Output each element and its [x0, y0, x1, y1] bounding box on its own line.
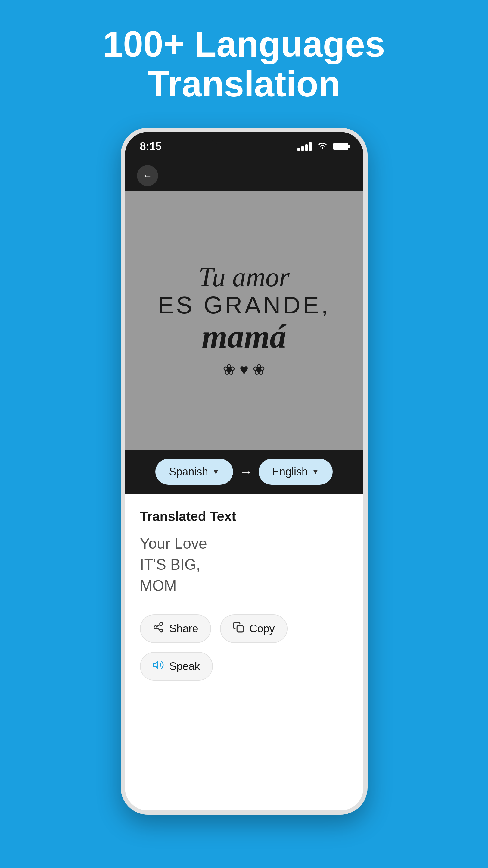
translation-area: Translated Text Your Love IT'S BIG, MOM …	[125, 494, 363, 693]
target-lang-dropdown-icon: ▼	[312, 468, 319, 476]
spanish-line-2: ES GRANDE,	[158, 292, 330, 318]
decorative-flowers: ❀ ♥ ❀	[158, 361, 330, 378]
svg-line-5	[157, 625, 160, 626]
source-language-label: Spanish	[169, 465, 208, 478]
back-arrow-icon: ←	[143, 171, 152, 181]
app-header: ←	[125, 161, 363, 191]
svg-point-0	[322, 147, 323, 149]
source-language-selector[interactable]: Spanish ▼	[155, 459, 233, 485]
headline-text: 100+ Languages Translation	[85, 24, 403, 104]
translation-direction-arrow: →	[239, 464, 253, 479]
spanish-line-1: Tu amor	[158, 262, 330, 292]
signal-icon	[297, 142, 312, 151]
target-language-label: English	[272, 465, 308, 478]
phone-mockup: 8:15 ← Tu	[121, 128, 367, 815]
target-language-selector[interactable]: English ▼	[259, 459, 333, 485]
spanish-line-3: mamá	[158, 318, 330, 355]
share-label: Share	[169, 622, 198, 635]
copy-label: Copy	[250, 622, 275, 635]
translated-text-label: Translated Text	[140, 509, 348, 524]
share-icon	[153, 622, 164, 636]
copy-icon	[233, 622, 244, 636]
wifi-icon	[317, 141, 328, 152]
copy-button[interactable]: Copy	[220, 614, 288, 643]
spanish-text-image: Tu amor ES GRANDE, mamá ❀ ♥ ❀	[152, 256, 336, 384]
image-area: Tu amor ES GRANDE, mamá ❀ ♥ ❀	[125, 191, 363, 450]
source-lang-dropdown-icon: ▼	[212, 468, 220, 476]
battery-icon	[333, 143, 348, 150]
action-buttons-row: Share Copy	[140, 614, 348, 681]
status-time: 8:15	[140, 140, 162, 153]
language-bar: Spanish ▼ → English ▼	[125, 450, 363, 494]
svg-rect-6	[237, 626, 243, 632]
phone-notch	[211, 132, 277, 144]
speak-button[interactable]: Speak	[140, 652, 213, 681]
speak-label: Speak	[169, 660, 200, 673]
share-button[interactable]: Share	[140, 614, 211, 643]
translated-text-content: Your Love IT'S BIG, MOM	[140, 533, 348, 596]
back-button[interactable]: ←	[137, 165, 158, 186]
status-bar: 8:15	[125, 132, 363, 161]
status-icons	[297, 141, 348, 152]
svg-line-4	[157, 628, 160, 630]
svg-marker-7	[154, 662, 158, 668]
speak-icon	[153, 659, 164, 673]
